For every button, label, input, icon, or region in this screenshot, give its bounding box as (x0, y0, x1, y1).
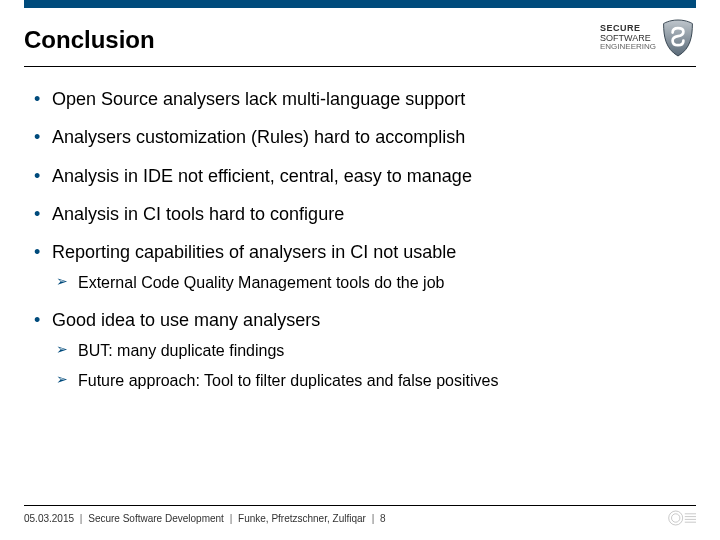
footer-course: Secure Software Development (88, 513, 224, 524)
slide-title: Conclusion (24, 18, 155, 54)
bullet-list: Open Source analysers lack multi-languag… (30, 87, 690, 392)
logo-line3: ENGINEERING (600, 43, 656, 52)
footer-authors: Funke, Pfretzschner, Zulfiqar (238, 513, 366, 524)
svg-point-0 (669, 511, 683, 525)
footer-page: 8 (380, 513, 386, 524)
brand-logo: SECURE SOFTWARE ENGINEERING (600, 18, 696, 58)
bullet-item: Open Source analysers lack multi-languag… (30, 87, 690, 111)
footer-sep: | (372, 513, 375, 524)
bullet-text: Analysis in IDE not efficient, central, … (52, 166, 472, 186)
bullet-text: Analysis in CI tools hard to configure (52, 204, 344, 224)
footer-sep: | (230, 513, 233, 524)
bullet-text: Analysers customization (Rules) hard to … (52, 127, 465, 147)
bullet-text: Open Source analysers lack multi-languag… (52, 89, 465, 109)
bullet-text: Good idea to use many analysers (52, 310, 320, 330)
sub-bullet-item: External Code Quality Management tools d… (52, 272, 690, 294)
bullet-item: Analysers customization (Rules) hard to … (30, 125, 690, 149)
sub-bullet-list: BUT: many duplicate findingsFuture appro… (52, 340, 690, 391)
bullet-item: Analysis in CI tools hard to configure (30, 202, 690, 226)
slide-footer: 05.03.2015 | Secure Software Development… (24, 508, 696, 528)
footer-text: 05.03.2015 | Secure Software Development… (24, 513, 386, 524)
footer-date: 05.03.2015 (24, 513, 74, 524)
sub-bullet-item: Future approach: Tool to filter duplicat… (52, 370, 690, 392)
shield-s-icon (660, 18, 696, 58)
slide-header: Conclusion SECURE SOFTWARE ENGINEERING (24, 18, 696, 67)
sub-bullet-list: External Code Quality Management tools d… (52, 272, 690, 294)
footer-divider (24, 505, 696, 506)
university-seal-icon (668, 508, 696, 528)
footer-sep: | (80, 513, 83, 524)
brand-logo-text: SECURE SOFTWARE ENGINEERING (600, 24, 656, 53)
bullet-item: Good idea to use many analysersBUT: many… (30, 308, 690, 391)
bullet-text: Reporting capabilities of analysers in C… (52, 242, 456, 262)
sub-bullet-item: BUT: many duplicate findings (52, 340, 690, 362)
svg-point-1 (672, 514, 680, 522)
bullet-item: Reporting capabilities of analysers in C… (30, 240, 690, 294)
slide-body: Open Source analysers lack multi-languag… (30, 87, 690, 392)
accent-bar (24, 0, 696, 8)
bullet-item: Analysis in IDE not efficient, central, … (30, 164, 690, 188)
